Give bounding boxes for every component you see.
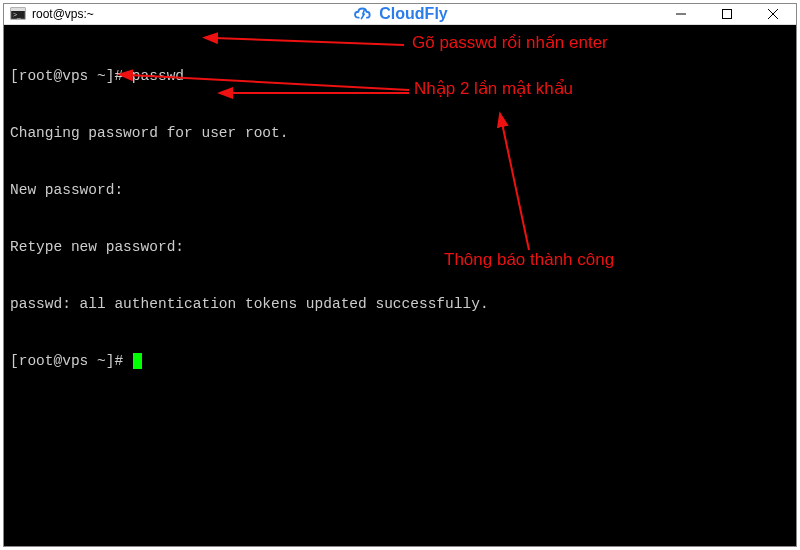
brand-logo: CloudFly [352, 5, 447, 23]
window-title: root@vps:~ [32, 7, 94, 21]
maximize-button[interactable] [704, 4, 750, 24]
minimize-button[interactable] [658, 4, 704, 24]
terminal-line: Retype new password: [10, 238, 790, 257]
svg-text:>_: >_ [13, 11, 21, 19]
svg-rect-4 [723, 10, 732, 19]
cloud-icon [352, 6, 374, 22]
titlebar: >_ root@vps:~ CloudFly [4, 4, 796, 25]
terminal-line: passwd: all authentication tokens update… [10, 295, 790, 314]
annotation-type-passwd: Gõ passwd rồi nhấn enter [412, 33, 608, 52]
terminal-prompt: [root@vps ~]# [10, 353, 132, 369]
window-controls [658, 4, 796, 24]
terminal-line: [root@vps ~]# passwd [10, 67, 790, 86]
terminal-line: Changing password for user root. [10, 124, 790, 143]
brand-name: CloudFly [379, 5, 447, 23]
terminal-cursor [133, 353, 142, 369]
terminal-app-icon: >_ [10, 6, 26, 22]
close-button[interactable] [750, 4, 796, 24]
annotation-arrows [4, 25, 798, 535]
svg-line-7 [214, 38, 404, 45]
terminal-area[interactable]: [root@vps ~]# passwd Changing password f… [4, 25, 796, 546]
app-window: >_ root@vps:~ CloudFly [root@vps ~]# pas… [3, 3, 797, 547]
terminal-prompt-line: [root@vps ~]# [10, 352, 790, 371]
terminal-line: New password: [10, 181, 790, 200]
